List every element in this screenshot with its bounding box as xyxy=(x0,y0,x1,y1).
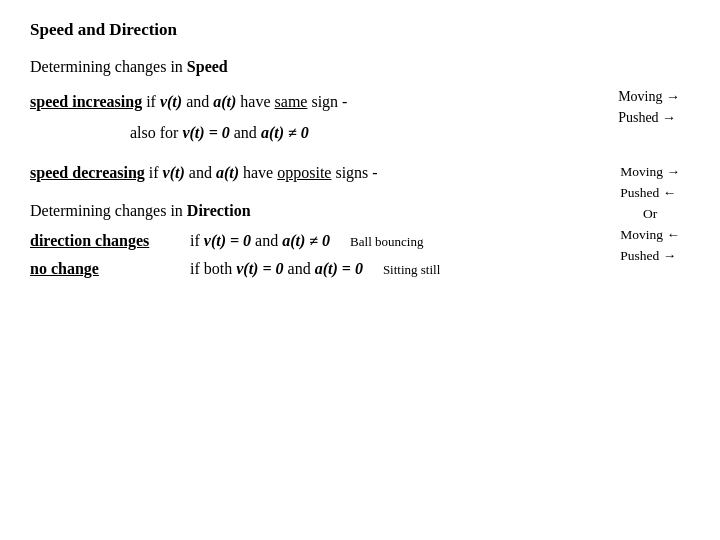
also-for-vt: v(t) = 0 xyxy=(182,124,229,141)
speed-increasing-sidenote: Moving → Pushed → xyxy=(618,86,680,128)
dir-changes-at: a(t) ≠ 0 xyxy=(282,232,330,249)
speed-decreasing-opposite: opposite xyxy=(277,164,331,181)
sd-moving-left: Moving ← xyxy=(620,225,680,246)
speed-decreasing-row: speed decreasing if v(t) and a(t) have o… xyxy=(30,164,690,182)
speed-increasing-text1: if xyxy=(142,93,160,110)
sd-or: Or xyxy=(620,204,680,225)
speed-decreasing-text3: have xyxy=(239,164,277,181)
no-change-label-wrap: no change xyxy=(30,260,190,278)
also-for-at: a(t) ≠ 0 xyxy=(261,124,309,141)
sd-pushed-left: Pushed ← xyxy=(620,183,680,204)
direction-changes-label: direction changes xyxy=(30,232,149,249)
speed-decreasing-sidenote: Moving → Pushed ← Or Moving ← Pushed → xyxy=(620,162,680,267)
no-change-row: no change if both v(t) = 0 and a(t) = 0S… xyxy=(30,260,690,278)
also-for-text1: also for xyxy=(130,124,182,141)
no-change-vt: v(t) = 0 xyxy=(236,260,283,277)
title: Speed and Direction xyxy=(30,20,690,40)
no-change-content: if both v(t) = 0 and a(t) = 0Sitting sti… xyxy=(190,260,690,278)
speed-section-heading: Determining changes in Speed xyxy=(30,58,690,76)
direction-changes-row: direction changes if v(t) = 0 and a(t) ≠… xyxy=(30,232,690,250)
dir-changes-text2: and xyxy=(251,232,282,249)
speed-decreasing-at: a(t) xyxy=(216,164,239,181)
dir-changes-text1: if xyxy=(190,232,204,249)
direction-changes-label-wrap: direction changes xyxy=(30,232,190,250)
no-change-label: no change xyxy=(30,260,99,277)
speed-decreasing-text2: and xyxy=(185,164,216,181)
ball-bouncing-note: Ball bouncing xyxy=(350,234,423,249)
speed-increasing-same: same xyxy=(275,93,308,110)
direction-section-heading: Determining changes in Direction xyxy=(30,202,690,220)
side-pushed-right: Pushed → xyxy=(618,107,680,128)
speed-increasing-text2: and xyxy=(182,93,213,110)
no-change-text1: if both xyxy=(190,260,236,277)
sd-moving-right: Moving → xyxy=(620,162,680,183)
speed-increasing-vt: v(t) xyxy=(160,93,182,110)
speed-decreasing-label: speed decreasing xyxy=(30,164,145,181)
speed-increasing-row: speed increasing if v(t) and a(t) have s… xyxy=(30,88,690,115)
no-change-text2: and xyxy=(284,260,315,277)
speed-increasing-at: a(t) xyxy=(213,93,236,110)
speed-increasing-text4: sign - xyxy=(307,93,347,110)
speed-decreasing-vt: v(t) xyxy=(163,164,185,181)
side-moving-right: Moving → xyxy=(618,86,680,107)
direction-changes-content: if v(t) = 0 and a(t) ≠ 0Ball bouncing xyxy=(190,232,690,250)
also-for-text2: and xyxy=(230,124,261,141)
also-for-row: also for v(t) = 0 and a(t) ≠ 0 xyxy=(30,119,690,146)
speed-decreasing-text4: signs - xyxy=(331,164,377,181)
speed-increasing-text3: have xyxy=(236,93,274,110)
direction-bold: Direction xyxy=(187,202,251,219)
speed-decreasing-text1: if xyxy=(145,164,163,181)
sd-pushed-right: Pushed → xyxy=(620,246,680,267)
speed-increasing-label: speed increasing xyxy=(30,93,142,110)
dir-changes-vt: v(t) = 0 xyxy=(204,232,251,249)
direction-section: Determining changes in Direction directi… xyxy=(30,202,690,278)
no-change-at: a(t) = 0 xyxy=(315,260,363,277)
speed-decreasing-content: speed decreasing if v(t) and a(t) have o… xyxy=(30,164,378,182)
sitting-still-note: Sitting still xyxy=(383,262,440,277)
